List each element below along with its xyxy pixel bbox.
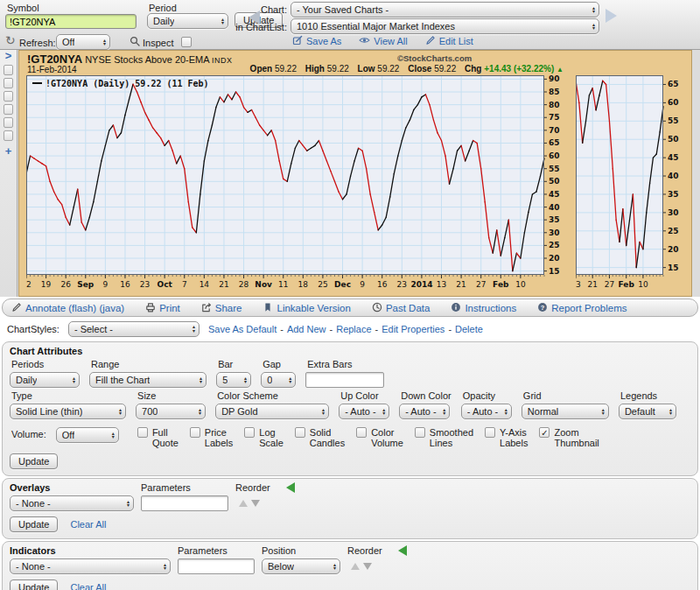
save-as-link[interactable]: Save As <box>292 35 341 47</box>
toolbar-share-link[interactable]: Share <box>201 302 242 314</box>
overlays-update-button[interactable]: Update <box>10 516 58 532</box>
toolbar-tool-button[interactable] <box>4 78 13 88</box>
svg-text:45: 45 <box>549 190 560 199</box>
svg-text:40: 40 <box>668 172 679 180</box>
symbol-input[interactable] <box>5 14 136 29</box>
printer-icon <box>145 302 156 314</box>
overlays-parameters-input[interactable] <box>141 495 228 511</box>
chartstyles-select[interactable]: - Select - <box>68 321 200 337</box>
next-chart-icon[interactable] <box>606 9 617 23</box>
down-color-select[interactable]: - Auto - <box>399 404 450 419</box>
edit-list-link[interactable]: Edit List <box>425 35 473 47</box>
grid-select[interactable]: Normal <box>522 404 609 419</box>
extra-bars-input[interactable] <box>305 372 384 388</box>
overlays-title: Overlays <box>10 482 141 493</box>
collapse-indicators-icon[interactable] <box>398 545 407 556</box>
toolbar-tool-button[interactable] <box>4 130 13 141</box>
chartstyles-save-as-default-link[interactable]: Save As Default <box>208 324 276 334</box>
svg-text:85: 85 <box>549 88 560 96</box>
inspect-checkbox[interactable] <box>181 37 192 47</box>
chartstyles-edit-properties-link[interactable]: Edit Properties <box>382 324 444 334</box>
refresh-select[interactable]: Off <box>56 34 110 50</box>
svg-text:21: 21 <box>219 280 228 289</box>
volume-select[interactable]: Off <box>56 427 119 443</box>
svg-text:23: 23 <box>397 280 407 289</box>
position-select[interactable]: Below <box>262 558 340 574</box>
svg-text:7: 7 <box>182 280 187 289</box>
copyright: ©StockCharts.com <box>397 53 472 63</box>
indicators-parameters-input[interactable] <box>178 558 255 574</box>
checkbox[interactable] <box>415 427 425 438</box>
range-select[interactable]: Fill the Chart <box>89 372 206 388</box>
svg-text:?: ? <box>541 303 545 311</box>
chartstyles-links: Save As Default-Add New-Replace-Edit Pro… <box>208 324 483 334</box>
reorder-down-icon[interactable] <box>251 500 260 507</box>
smoothed-lines-checkbox-item: SmoothedLines <box>415 427 473 448</box>
toolbar-instructions-link[interactable]: Instructions <box>451 302 516 314</box>
svg-text:15: 15 <box>668 263 679 272</box>
svg-text:30: 30 <box>668 208 679 217</box>
toolbar-print-link[interactable]: Print <box>145 302 180 314</box>
toolbar-linkable-version-link[interactable]: Linkable Version <box>262 302 350 314</box>
svg-text:20: 20 <box>668 245 679 254</box>
view-all-link[interactable]: View All <box>359 35 407 47</box>
indicators-select[interactable]: - None - <box>10 558 171 574</box>
gap-select[interactable]: 0 <box>261 372 296 388</box>
saved-charts-select[interactable]: - Your Saved Charts - <box>290 2 599 18</box>
svg-text:35: 35 <box>549 215 560 224</box>
reorder-up-icon[interactable] <box>351 563 360 570</box>
toolbar-past-data-link[interactable]: Past Data <box>372 302 430 314</box>
checkbox[interactable] <box>190 427 200 438</box>
main-chart[interactable]: 90858075706560555045403530252015121926Se… <box>26 75 572 291</box>
checkbox[interactable]: ✓ <box>539 427 550 438</box>
svg-text:75: 75 <box>549 113 560 122</box>
chart-region: > + !GT20NYA NYSE Stocks Above 20-EMA IN… <box>0 50 700 297</box>
toolbar-tool-button[interactable] <box>4 104 13 115</box>
svg-text:11: 11 <box>278 280 288 289</box>
checkbox[interactable] <box>295 427 305 438</box>
reorder-down-icon[interactable] <box>363 563 372 570</box>
overlays-clear-all-link[interactable]: Clear All <box>70 519 106 530</box>
opacity-select[interactable]: - Auto - <box>461 404 512 419</box>
chartstyles-delete-link[interactable]: Delete <box>455 324 483 334</box>
svg-text:25: 25 <box>549 241 560 249</box>
refresh-icon[interactable]: ↻ <box>5 33 16 47</box>
chartstyles-add-new-link[interactable]: Add New <box>287 324 326 334</box>
expand-toolbar-icon[interactable]: > <box>0 50 17 62</box>
svg-text:80: 80 <box>549 101 560 109</box>
toolbar-annotate-flash-java-link[interactable]: Annotate (flash) (java) <box>11 302 124 314</box>
checkbox[interactable] <box>356 427 367 438</box>
chartlist-select[interactable]: 1010 Essential Major Market Indexes <box>290 18 599 34</box>
ohlc-readout: Open 59.22 High 59.22 Low 59.22 Close 59… <box>186 64 564 74</box>
toolbar-report-problems-link[interactable]: ?Report Problems <box>537 302 626 314</box>
toolbar-tool-button[interactable] <box>4 117 13 128</box>
question-icon: ? <box>537 302 548 314</box>
color-scheme-select[interactable]: DP Gold <box>215 404 329 419</box>
annotation-toolbar: > + <box>0 50 18 297</box>
reorder-up-icon[interactable] <box>239 500 248 507</box>
indicators-clear-all-link[interactable]: Clear All <box>70 582 106 590</box>
size-select[interactable]: 700 <box>136 404 206 419</box>
zoom-thumbnail-chart[interactable]: 6560555045403530252015132127Feb10 <box>576 75 690 291</box>
bar-select[interactable]: 5 <box>216 372 251 388</box>
checkbox[interactable] <box>244 427 255 438</box>
svg-text:50: 50 <box>549 177 560 186</box>
overlays-select[interactable]: - None - <box>10 495 134 511</box>
chartstyles-replace-link[interactable]: Replace <box>336 324 371 334</box>
type-select[interactable]: Solid Line (thin) <box>10 404 126 419</box>
periods-select[interactable]: Daily <box>10 372 80 388</box>
up-color-select[interactable]: - Auto - <box>339 404 389 419</box>
chart-action-bar: Annotate (flash) (java)PrintShareLinkabl… <box>2 299 698 317</box>
collapse-overlays-icon[interactable] <box>286 482 295 493</box>
checkbox[interactable] <box>137 427 148 438</box>
svg-text:21: 21 <box>456 280 466 289</box>
legends-select[interactable]: Default <box>619 404 676 419</box>
svg-text:70: 70 <box>549 126 560 135</box>
toolbar-tool-button[interactable] <box>4 65 13 75</box>
add-annotation-icon[interactable]: + <box>0 144 17 158</box>
checkbox[interactable] <box>485 427 495 438</box>
svg-text:10: 10 <box>515 280 526 289</box>
indicators-update-button[interactable]: Update <box>10 579 58 590</box>
toolbar-tool-button[interactable] <box>4 91 13 102</box>
attributes-update-button[interactable]: Update <box>10 453 58 469</box>
